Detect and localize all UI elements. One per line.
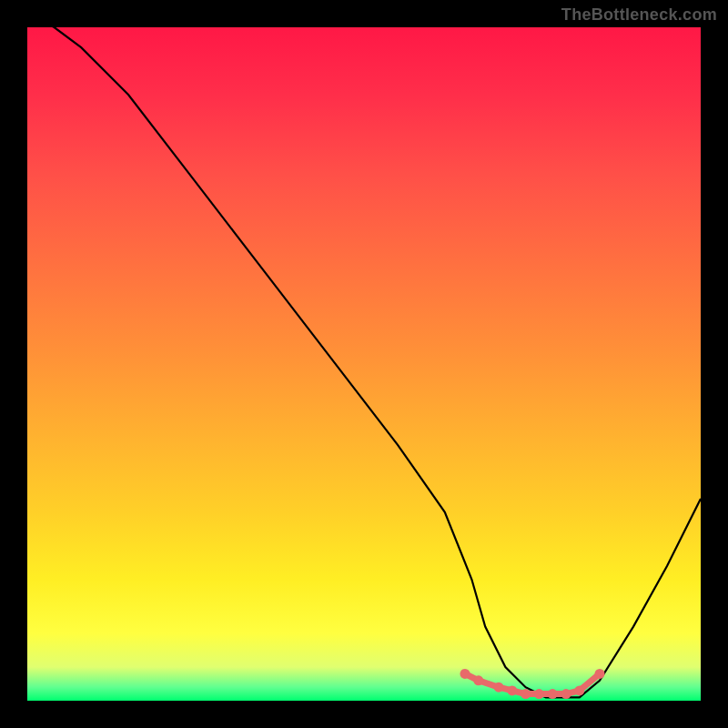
curve-line (27, 27, 701, 697)
watermark-text: TheBottleneck.com (561, 5, 717, 25)
optimum-marker (595, 669, 605, 679)
optimum-marker (548, 689, 558, 699)
optimum-marker (494, 682, 504, 693)
chart-svg (27, 27, 701, 701)
optimum-marker (534, 689, 544, 699)
optimum-marker (507, 685, 517, 695)
optimum-marker (460, 669, 470, 679)
optimum-marker (561, 689, 571, 699)
optimum-marker (473, 675, 483, 685)
optimum-marker (574, 685, 584, 695)
optimum-marker (521, 689, 531, 699)
chart-plot-area (27, 27, 701, 701)
